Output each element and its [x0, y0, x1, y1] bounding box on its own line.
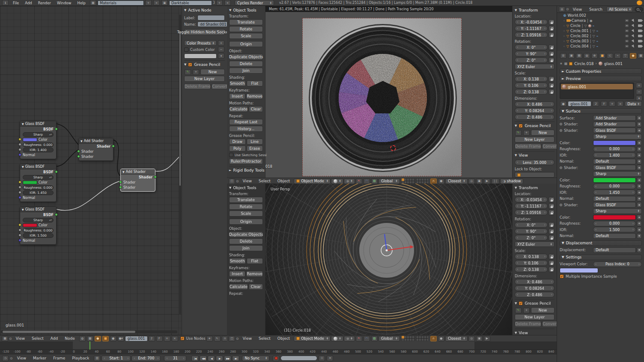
toggle-hidden-sockets-button[interactable]: Toggle Hidden Node Sockets: [184, 29, 225, 35]
join-button[interactable]: Join: [229, 68, 263, 74]
layers-grid[interactable]: [402, 336, 428, 341]
tab-world[interactable]: ⊕: [591, 53, 598, 59]
grease-new-layer-button[interactable]: New Layer: [515, 136, 555, 142]
hide-icon[interactable]: [625, 19, 629, 22]
parent-node-icon[interactable]: ↖: [214, 336, 221, 341]
render-opengl-icon[interactable]: ▣: [476, 178, 483, 184]
node-glass-bsdf-1[interactable]: ▼Glass BSDF BSDF Sharp▴▾ Color Roughness…: [20, 121, 57, 159]
menu-item[interactable]: Object: [274, 179, 293, 183]
outliner-item-camera[interactable]: ◦Camera|◉: [557, 18, 644, 23]
collapse-menus-icon[interactable]: ⊙: [10, 356, 13, 360]
slot-specials-button[interactable]: ▾: [636, 95, 642, 101]
use-preview-range-icon[interactable]: ▥: [94, 356, 100, 361]
distribution-select[interactable]: Sharp▴▾: [23, 132, 54, 137]
manipulator-scale-icon[interactable]: ▧: [371, 178, 378, 184]
remove-keyframe-button[interactable]: Remove: [246, 271, 263, 277]
grease-pencil-panel-header[interactable]: ▼Grease Pencil: [515, 124, 555, 128]
viewport-wireframe[interactable]: User Persp (31) Circle.018: [227, 184, 557, 335]
scale-x-field[interactable]: ‹X: 0.138›: [515, 76, 548, 82]
jump-to-start-button[interactable]: |◀: [191, 356, 199, 361]
poly-button[interactable]: Poly: [229, 145, 246, 151]
socket-button[interactable]: [637, 227, 642, 232]
normal-select-3[interactable]: Default: [593, 233, 636, 239]
unlink-material-button[interactable]: ×: [617, 101, 623, 107]
editor-type-node-icon[interactable]: ▦: [2, 336, 8, 341]
grease-convert-button[interactable]: Convert: [542, 143, 557, 149]
socket-button[interactable]: [637, 190, 642, 195]
render-engine-select[interactable]: Cycles Render▴▾: [235, 0, 274, 6]
node-name-field[interactable]: dd Shader.001: [197, 21, 229, 27]
loc-x-field[interactable]: ‹X: -0.03454›: [515, 19, 548, 25]
tab-data[interactable]: ▽: [622, 53, 629, 59]
color-swatch-3[interactable]: [593, 215, 636, 220]
delete-keyframes-icon[interactable]: ✕: [327, 356, 333, 361]
outliner-item-world[interactable]: ⊕World.002: [557, 13, 644, 18]
new-material-button[interactable]: +: [164, 336, 170, 341]
editor-type-timeline-icon[interactable]: ◷: [2, 356, 9, 361]
selectable-icon[interactable]: [632, 29, 635, 33]
lock-rot-y[interactable]: [549, 51, 555, 56]
socket-shader-in-2[interactable]: [119, 186, 122, 189]
lock-rot-z[interactable]: [549, 235, 555, 240]
menu-item[interactable]: Object: [274, 336, 293, 341]
dim-z-field[interactable]: ‹Z: 0.486›: [515, 114, 555, 120]
origin-button[interactable]: Origin: [229, 219, 263, 225]
lock-rot-x[interactable]: [549, 222, 555, 228]
duplicate-objects-button[interactable]: Duplicate Objects: [229, 54, 263, 60]
frame-end-field[interactable]: ‹End: 700›: [131, 356, 161, 361]
color-swatch[interactable]: [23, 138, 37, 142]
socket-button[interactable]: [637, 233, 642, 239]
menu-item[interactable]: Node: [61, 336, 78, 341]
browse-material-button[interactable]: ●: [560, 101, 566, 107]
collapse-menus-icon[interactable]: ⊙: [566, 7, 569, 11]
tab-object[interactable]: ■: [599, 53, 605, 59]
selectable-icon[interactable]: [632, 24, 635, 27]
add-pencil-button[interactable]: +: [523, 130, 530, 136]
socket-button[interactable]: [637, 177, 642, 183]
socket-button[interactable]: [637, 165, 642, 170]
socket-button[interactable]: [637, 196, 642, 202]
socket-button[interactable]: [637, 122, 642, 127]
browse-material-icon[interactable]: ●▾: [118, 336, 124, 341]
socket-normal-in[interactable]: [18, 196, 21, 199]
ior-slider-1[interactable]: ‹1.400›: [593, 152, 636, 158]
settings-panel[interactable]: ▼Settings: [560, 255, 642, 260]
timeline-band[interactable]: [0, 341, 557, 350]
material-name-field[interactable]: glass.001: [568, 101, 591, 107]
ior-slider[interactable]: IOR: 1.500: [23, 233, 54, 238]
tab-render-layers[interactable]: ▤: [576, 53, 582, 59]
remove-keyframe-button[interactable]: Remove: [246, 93, 263, 99]
material-name-field[interactable]: glass.001: [125, 336, 148, 341]
collapse-menus-icon[interactable]: ⊙: [236, 337, 239, 341]
grease-delete-frame-button[interactable]: Delete Frame: [515, 321, 541, 327]
grease-pencil-checkbox[interactable]: [519, 124, 523, 128]
ruler-protractor-button[interactable]: Ruler/Protractor: [229, 158, 263, 164]
expand-icon[interactable]: ◦: [563, 29, 565, 33]
socket-button[interactable]: [637, 152, 642, 158]
render-opengl-anim-icon[interactable]: ▶: [484, 178, 490, 184]
snap-target-select[interactable]: Closest▴▾: [445, 178, 468, 184]
rot-x-field[interactable]: ‹X: 0°›: [515, 222, 548, 228]
ior-slider-3[interactable]: ‹1.500›: [593, 227, 636, 232]
socket-bsdf-out[interactable]: [55, 170, 58, 173]
translate-button[interactable]: Translate: [229, 19, 263, 25]
render-opengl-anim-icon[interactable]: ▶: [484, 336, 490, 341]
menu-item[interactable]: View: [239, 179, 255, 183]
vertical-scrollbar[interactable]: [179, 15, 181, 314]
snap-element-icon[interactable]: ●: [438, 336, 444, 341]
menu-item[interactable]: View: [14, 356, 30, 360]
link-data-select[interactable]: Data▴▾: [625, 101, 642, 107]
repeat-last-button[interactable]: Repeat Last: [229, 119, 263, 125]
lock-scale-z[interactable]: [549, 267, 555, 272]
transform-panel-header[interactable]: ▼Transform: [515, 8, 555, 12]
scale-button[interactable]: Scale: [229, 211, 263, 217]
expand-icon[interactable]: ◦: [563, 34, 565, 38]
socket-shader-in-1[interactable]: [119, 181, 122, 184]
render-icon[interactable]: [638, 24, 642, 27]
socket-roughness-in[interactable]: [18, 186, 21, 189]
pin-icon[interactable]: ∗: [206, 336, 213, 341]
shader-type-material-icon[interactable]: ●: [95, 336, 101, 341]
play-button[interactable]: ▶: [216, 356, 223, 361]
dim-x-field[interactable]: ‹X: 0.486›: [515, 279, 555, 285]
draw-button[interactable]: Draw: [229, 139, 246, 145]
